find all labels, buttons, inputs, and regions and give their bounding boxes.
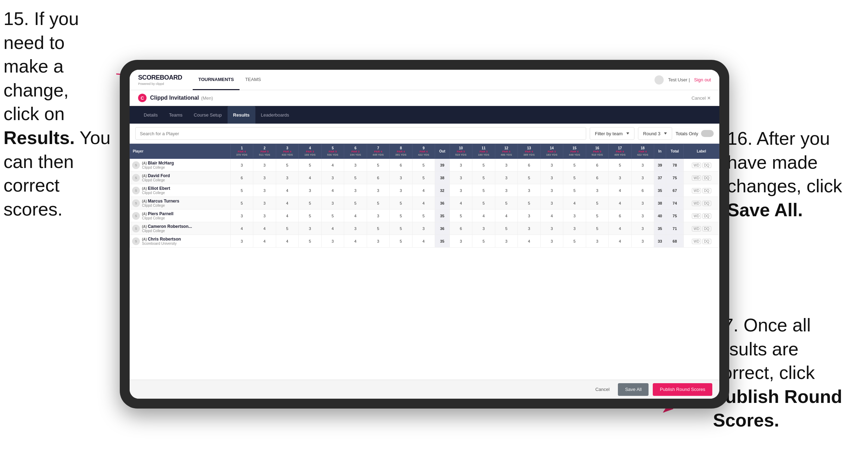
score-front-8[interactable]: 6 [390, 159, 413, 172]
score-back-16[interactable]: 6 [586, 172, 609, 184]
score-front-8[interactable]: 3 [390, 172, 413, 184]
score-front-5[interactable]: 4 [321, 159, 344, 172]
score-back-10[interactable]: 3 [450, 235, 472, 248]
score-back-18[interactable]: 3 [631, 172, 654, 184]
score-back-13[interactable]: 5 [518, 172, 541, 184]
dq-label[interactable]: DQ [702, 239, 711, 244]
score-back-17[interactable]: 5 [609, 159, 632, 172]
dq-label[interactable]: DQ [702, 163, 711, 168]
score-back-17[interactable]: 4 [609, 222, 632, 235]
score-front-6[interactable]: 3 [344, 159, 367, 172]
score-front-8[interactable]: 5 [390, 235, 413, 248]
score-front-8[interactable]: 5 [390, 210, 413, 222]
score-front-4[interactable]: 3 [299, 222, 322, 235]
totals-only-toggle[interactable] [701, 130, 714, 137]
score-back-16[interactable]: 5 [586, 210, 609, 222]
wd-label[interactable]: WD [692, 239, 701, 244]
score-back-18[interactable]: 3 [631, 197, 654, 210]
save-all-button[interactable]: Save All [618, 383, 649, 396]
score-front-3[interactable]: 5 [276, 159, 299, 172]
dq-label[interactable]: DQ [702, 175, 711, 181]
dq-label[interactable]: DQ [702, 188, 711, 193]
score-back-10[interactable]: 3 [450, 172, 472, 184]
score-back-15[interactable]: 3 [563, 210, 586, 222]
score-back-14[interactable]: 3 [540, 222, 563, 235]
score-front-7[interactable]: 3 [367, 235, 390, 248]
score-front-2[interactable]: 3 [253, 210, 276, 222]
score-back-12[interactable]: 3 [495, 159, 518, 172]
score-front-8[interactable]: 5 [390, 197, 413, 210]
score-front-4[interactable]: 4 [299, 172, 322, 184]
score-back-15[interactable]: 5 [563, 159, 586, 172]
cancel-button[interactable]: Cancel [591, 385, 614, 394]
score-front-1[interactable]: 5 [230, 197, 253, 210]
score-back-10[interactable]: 4 [450, 197, 472, 210]
score-back-12[interactable]: 5 [495, 197, 518, 210]
tab-teams[interactable]: Teams [163, 106, 188, 124]
score-front-6[interactable]: 4 [344, 235, 367, 248]
score-front-4[interactable]: 5 [299, 197, 322, 210]
score-back-11[interactable]: 3 [472, 222, 495, 235]
nav-teams[interactable]: TEAMS [240, 70, 267, 90]
score-back-10[interactable]: 6 [450, 222, 472, 235]
nav-tournaments[interactable]: TOURNAMENTS [193, 70, 240, 90]
score-front-3[interactable]: 3 [276, 172, 299, 184]
score-back-15[interactable]: 4 [563, 197, 586, 210]
tab-course-setup[interactable]: Course Setup [188, 106, 228, 124]
score-back-16[interactable]: 3 [586, 235, 609, 248]
score-back-16[interactable]: 3 [586, 184, 609, 197]
score-back-12[interactable]: 3 [495, 235, 518, 248]
score-back-18[interactable]: 3 [631, 210, 654, 222]
score-back-15[interactable]: 5 [563, 235, 586, 248]
score-front-2[interactable]: 4 [253, 222, 276, 235]
wd-label[interactable]: WD [692, 201, 701, 206]
score-front-1[interactable]: 4 [230, 222, 253, 235]
score-front-7[interactable]: 5 [367, 159, 390, 172]
score-back-13[interactable]: 5 [518, 197, 541, 210]
score-front-4[interactable]: 5 [299, 235, 322, 248]
score-front-9[interactable]: 5 [412, 172, 435, 184]
score-front-5[interactable]: 3 [321, 197, 344, 210]
score-front-4[interactable]: 5 [299, 210, 322, 222]
wd-label[interactable]: WD [692, 163, 701, 168]
score-front-1[interactable]: 3 [230, 159, 253, 172]
score-front-1[interactable]: 5 [230, 184, 253, 197]
score-front-3[interactable]: 5 [276, 222, 299, 235]
dq-label[interactable]: DQ [702, 201, 711, 206]
filter-by-team-button[interactable]: Filter by team [590, 127, 634, 140]
score-front-5[interactable]: 4 [321, 184, 344, 197]
score-front-4[interactable]: 5 [299, 159, 322, 172]
score-front-6[interactable]: 3 [344, 184, 367, 197]
score-front-9[interactable]: 3 [412, 222, 435, 235]
score-back-15[interactable]: 3 [563, 222, 586, 235]
score-back-17[interactable]: 6 [609, 210, 632, 222]
score-front-2[interactable]: 3 [253, 184, 276, 197]
score-back-12[interactable]: 4 [495, 210, 518, 222]
score-back-11[interactable]: 5 [472, 159, 495, 172]
score-front-8[interactable]: 3 [390, 184, 413, 197]
score-back-12[interactable]: 5 [495, 222, 518, 235]
score-front-6[interactable]: 5 [344, 197, 367, 210]
score-front-2[interactable]: 3 [253, 159, 276, 172]
tab-details[interactable]: Details [138, 106, 163, 124]
score-back-16[interactable]: 6 [586, 159, 609, 172]
score-back-15[interactable]: 5 [563, 184, 586, 197]
score-back-17[interactable]: 3 [609, 172, 632, 184]
score-front-7[interactable]: 3 [367, 210, 390, 222]
score-front-3[interactable]: 4 [276, 235, 299, 248]
score-back-13[interactable]: 3 [518, 184, 541, 197]
score-back-10[interactable]: 3 [450, 159, 472, 172]
score-back-12[interactable]: 3 [495, 184, 518, 197]
score-back-11[interactable]: 5 [472, 235, 495, 248]
score-front-1[interactable]: 3 [230, 235, 253, 248]
score-back-14[interactable]: 4 [540, 210, 563, 222]
score-back-17[interactable]: 4 [609, 197, 632, 210]
wd-label[interactable]: WD [692, 213, 701, 219]
dq-label[interactable]: DQ [702, 226, 711, 231]
score-front-1[interactable]: 6 [230, 172, 253, 184]
score-back-10[interactable]: 3 [450, 184, 472, 197]
score-front-5[interactable]: 5 [321, 210, 344, 222]
score-back-13[interactable]: 4 [518, 235, 541, 248]
score-front-9[interactable]: 5 [412, 159, 435, 172]
score-front-3[interactable]: 4 [276, 197, 299, 210]
